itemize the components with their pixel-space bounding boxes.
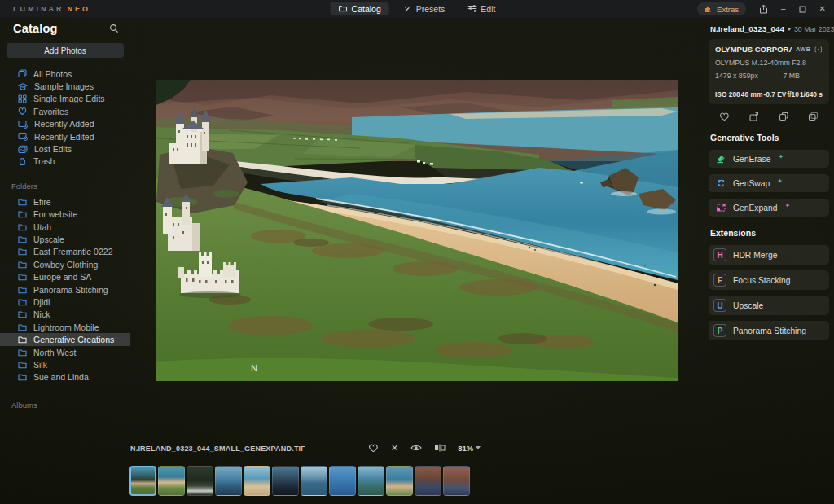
favorite-toggle-icon[interactable] bbox=[368, 443, 379, 453]
folder-item-sue-and-linda[interactable]: Sue and Linda bbox=[0, 371, 130, 383]
upscale-button[interactable]: U Upscale bbox=[709, 296, 829, 315]
folder-item-europe-and-sa[interactable]: Europe and SA bbox=[0, 270, 130, 283]
folder-icon bbox=[18, 286, 27, 294]
paste-icon[interactable] bbox=[808, 112, 819, 121]
exposure-value: -0.7 EV bbox=[763, 90, 786, 99]
item-label: Favorites bbox=[33, 107, 68, 116]
genexpand-button[interactable]: GenExpand ✦ bbox=[709, 199, 829, 217]
panorama-stitching-button[interactable]: P Panorama Stitching bbox=[709, 321, 829, 340]
item-label: Recently Edited bbox=[34, 132, 94, 142]
tab-catalog[interactable]: Catalog bbox=[331, 2, 389, 15]
folder-label: Panorama Stitching bbox=[33, 285, 108, 295]
extras-button[interactable]: Extras bbox=[697, 2, 746, 15]
sidebar-item-lost-edits[interactable]: Lost Edits bbox=[0, 142, 130, 155]
hdr-merge-button[interactable]: H HDR Merge bbox=[709, 245, 829, 265]
filmstrip-thumbnail-5[interactable] bbox=[244, 466, 270, 496]
reject-icon[interactable]: ✕ bbox=[391, 444, 398, 453]
focal-length: 40 mm bbox=[741, 90, 763, 99]
folder-item-for-website[interactable]: For website bbox=[0, 208, 130, 221]
presets-wand-icon bbox=[404, 5, 412, 13]
folder-item-djidi[interactable]: Djidi bbox=[0, 296, 130, 308]
filmstrip-thumbnail-4[interactable] bbox=[215, 466, 242, 496]
close-button[interactable]: ✕ bbox=[819, 5, 826, 13]
graduation-cap-icon bbox=[18, 82, 28, 91]
folder-item-panorama-stitching[interactable]: Panorama Stitching bbox=[0, 283, 130, 296]
maximize-button[interactable] bbox=[799, 6, 806, 13]
recently-added-icon bbox=[18, 120, 28, 129]
folder-icon bbox=[18, 348, 27, 357]
window-controls: Extras – ✕ bbox=[697, 0, 826, 18]
filename-chevron-icon[interactable] bbox=[787, 28, 792, 31]
filmstrip-thumbnail-2[interactable] bbox=[158, 466, 185, 496]
tab-presets[interactable]: Presets bbox=[396, 2, 454, 15]
folder-icon bbox=[18, 248, 27, 256]
focus-stacking-button[interactable]: F Focus Stacking bbox=[709, 270, 829, 290]
mode-tabs: Catalog Presets Edit bbox=[331, 2, 504, 15]
search-icon[interactable] bbox=[109, 24, 119, 33]
compare-icon[interactable] bbox=[434, 444, 446, 452]
folder-item-utah[interactable]: Utah bbox=[0, 221, 130, 233]
item-label: Lost Edits bbox=[34, 144, 72, 154]
heart-icon bbox=[18, 107, 27, 116]
folder-icon bbox=[18, 361, 27, 369]
preview-eye-icon[interactable] bbox=[410, 444, 422, 452]
filmstrip-thumbnail-10[interactable] bbox=[386, 466, 413, 496]
folder-item-nick[interactable]: Nick bbox=[0, 309, 130, 321]
luminar-neo-window: LUMINARNEO Catalog Presets Edit Extras – bbox=[0, 0, 834, 504]
photo-canvas[interactable]: N bbox=[156, 80, 678, 381]
sidebar-item-sample-images[interactable]: Sample Images bbox=[0, 80, 130, 92]
exif-card: OLYMPUS CORPORATION E AWB OLYMPUS M.12-4… bbox=[709, 39, 829, 104]
genswap-button[interactable]: GenSwap ✦ bbox=[709, 174, 829, 192]
folder-item-upscale[interactable]: Upscale bbox=[0, 233, 130, 245]
generase-button[interactable]: GenErase ✦ bbox=[709, 150, 829, 168]
catalog-folder-icon bbox=[339, 5, 348, 12]
lost-edits-icon bbox=[18, 145, 28, 154]
folder-item-efire[interactable]: Efire bbox=[0, 195, 130, 208]
folder-icon bbox=[18, 261, 27, 269]
folder-item-east-fremantle[interactable]: East Fremantle 0222 bbox=[0, 246, 130, 258]
sidebar-item-all-photos[interactable]: All Photos bbox=[0, 68, 130, 80]
minimize-button[interactable]: – bbox=[781, 5, 786, 13]
genexpand-label: GenExpand bbox=[733, 204, 777, 213]
folder-item-north-west[interactable]: North West bbox=[0, 346, 130, 358]
filmstrip-thumbnail-11[interactable] bbox=[415, 466, 441, 496]
filmstrip bbox=[129, 466, 470, 496]
filmstrip-thumbnail-3[interactable] bbox=[187, 466, 213, 496]
tab-edit[interactable]: Edit bbox=[459, 2, 503, 15]
copy-icon[interactable] bbox=[779, 112, 789, 121]
white-balance-badge: AWB bbox=[796, 46, 810, 53]
folders-list: Efire For website Utah Upscale East Frem… bbox=[0, 195, 130, 383]
folder-item-lightroom-mobile[interactable]: Lightroom Mobile bbox=[0, 321, 130, 333]
file-size: 7 MB bbox=[783, 72, 823, 80]
sidebar-item-recently-edited[interactable]: Recently Edited bbox=[0, 130, 130, 142]
upscale-badge: U bbox=[713, 299, 726, 312]
sidebar-item-favorites[interactable]: Favorites bbox=[0, 105, 130, 117]
share-icon[interactable] bbox=[759, 4, 768, 14]
folders-section-label: Folders bbox=[0, 182, 130, 191]
filmstrip-thumbnail-7[interactable] bbox=[301, 466, 327, 496]
filmstrip-thumbnail-1[interactable] bbox=[129, 466, 156, 496]
zoom-control[interactable]: 81% bbox=[458, 444, 481, 453]
item-label: Trash bbox=[33, 156, 55, 166]
sidebar-item-recently-added[interactable]: Recently Added bbox=[0, 118, 130, 130]
folder-item-silk[interactable]: Silk bbox=[0, 358, 130, 370]
filmstrip-thumbnail-12[interactable] bbox=[443, 466, 470, 496]
favorite-icon[interactable] bbox=[719, 112, 730, 121]
app-logo: LUMINARNEO bbox=[13, 5, 90, 13]
folder-icon bbox=[18, 198, 27, 206]
camera-model: OLYMPUS CORPORATION E bbox=[715, 45, 792, 54]
filmstrip-thumbnail-6[interactable] bbox=[272, 466, 299, 496]
export-icon[interactable] bbox=[748, 112, 759, 121]
folder-item-cowboy-clothing[interactable]: Cowboy Clothing bbox=[0, 258, 130, 270]
add-photos-button[interactable]: Add Photos bbox=[7, 43, 124, 58]
top-bar: LUMINARNEO Catalog Presets Edit Extras – bbox=[0, 0, 834, 18]
filmstrip-thumbnail-8[interactable] bbox=[329, 466, 356, 496]
generative-tools-heading: Generative Tools bbox=[710, 133, 829, 142]
sidebar-item-trash[interactable]: Trash bbox=[0, 156, 130, 168]
sparkle-icon: ✦ bbox=[778, 153, 784, 160]
focus-stacking-label: Focus Stacking bbox=[733, 276, 790, 285]
generase-icon bbox=[716, 154, 726, 164]
filmstrip-thumbnail-9[interactable] bbox=[358, 466, 384, 496]
folder-item-generative-creations[interactable]: Generative Creations bbox=[0, 333, 130, 345]
sidebar-item-single-image-edits[interactable]: Single Image Edits bbox=[0, 93, 130, 105]
